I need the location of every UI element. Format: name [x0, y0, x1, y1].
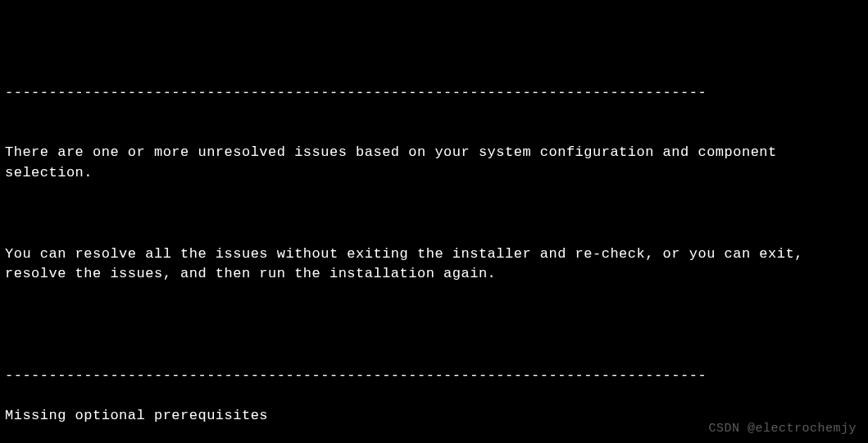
spacer: [5, 305, 863, 326]
section-title: Missing optional prerequisites: [5, 406, 863, 427]
divider-top: ----------------------------------------…: [5, 83, 863, 103]
spacer: [5, 203, 863, 224]
divider-section-top: ----------------------------------------…: [5, 366, 863, 386]
intro-para-1: There are one or more unresolved issues …: [5, 143, 863, 183]
intro-para-2: You can resolve all the issues without e…: [5, 244, 863, 285]
